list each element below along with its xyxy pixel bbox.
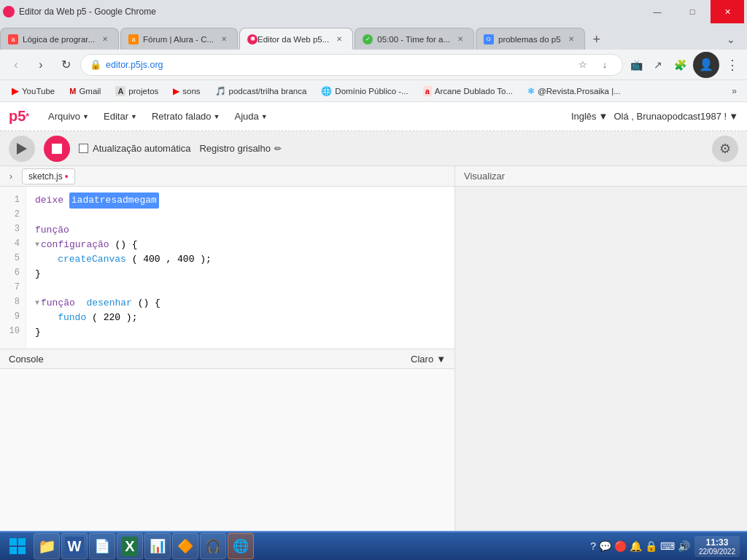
window-controls: — □ ✕	[640, 0, 744, 23]
stop-button[interactable]	[44, 136, 70, 162]
fold-arrow-4[interactable]: ▼	[35, 238, 39, 252]
bookmark-podcast-label: podcast/trilha branca	[229, 87, 307, 96]
taskbar-pdf[interactable]: 📄	[89, 533, 115, 559]
vlc-icon: 🔶	[177, 538, 193, 554]
code-lines[interactable]: deixe iadatresadmegam função ▼configuraç…	[26, 187, 454, 349]
menu-arquivo-label: Arquivo	[48, 111, 80, 122]
dominio-icon: 🌐	[321, 86, 332, 96]
bookmark-star-button[interactable]: ☆	[574, 56, 592, 74]
menu-arquivo[interactable]: Arquivo ▼	[41, 106, 96, 126]
tab-close-4[interactable]: ✕	[454, 34, 466, 45]
registro-label[interactable]: Registro grisalho ✏	[199, 143, 282, 154]
taskbar-notepad[interactable]: 📊	[144, 533, 171, 559]
tray-notification-icon[interactable]: 🔔	[630, 540, 642, 552]
bookmark-youtube[interactable]: ▶ YouTube	[6, 84, 61, 98]
taskbar-headphones[interactable]: 🎧	[200, 533, 226, 559]
bookmark-prosaika[interactable]: ❄ @Revista.Prosaika |...	[522, 85, 627, 98]
file-tab-name: sketch.js	[28, 171, 63, 182]
registro-text: Registro grisalho	[199, 143, 271, 154]
tray-lock-icon[interactable]: 🔒	[645, 540, 657, 552]
tray-volume-icon[interactable]: 🔊	[678, 540, 690, 552]
bookmark-projetos[interactable]: A projetos	[109, 85, 164, 98]
tab-editor[interactable]: ✱ Editor da Web p5... ✕	[239, 28, 353, 50]
menu-editar[interactable]: Editar ▼	[96, 106, 144, 126]
tab-close-3[interactable]: ✕	[333, 34, 345, 45]
code-line-2	[35, 209, 446, 223]
tray-keyboard-icon[interactable]: ⌨	[660, 540, 675, 552]
bookmark-dominio-label: Domínio Público -...	[335, 87, 408, 96]
svg-rect-4	[9, 547, 17, 554]
auto-update-label[interactable]: Atualização automática	[79, 143, 190, 154]
address-bar[interactable]: 🔒 editor.p5js.org ☆ ↓	[80, 54, 623, 76]
tray-discord-icon[interactable]: 💬	[599, 540, 611, 552]
minimize-button[interactable]: —	[640, 0, 674, 23]
bookmark-gmail[interactable]: M Gmail	[63, 85, 107, 97]
tab-logica[interactable]: a Lógica de prograr... ✕	[0, 28, 119, 50]
bookmark-youtube-label: YouTube	[22, 87, 55, 96]
bookmark-sons[interactable]: ▶ sons	[167, 85, 206, 98]
line-numbers: 1 2 3 4 5 6 7 8 9 10	[0, 187, 26, 349]
tab-timer[interactable]: ✓ 05:00 - Time for a... ✕	[355, 28, 474, 50]
excel-icon: X	[122, 537, 137, 556]
taskbar-word[interactable]: W	[61, 533, 88, 559]
bookmark-dominio[interactable]: 🌐 Domínio Público -...	[315, 85, 414, 98]
cast-button[interactable]: 📺	[627, 56, 645, 74]
taskbar-vlc[interactable]: 🔶	[172, 533, 198, 559]
bookmark-podcast[interactable]: 🎵 podcast/trilha branca	[209, 85, 313, 98]
code-indent-5	[35, 252, 58, 267]
menu-ajuda[interactable]: Ajuda ▼	[228, 106, 275, 126]
refresh-button[interactable]: ↻	[55, 55, 76, 75]
tab-menu-button[interactable]: ⌄	[721, 29, 741, 50]
address-icons: ☆ ↓	[574, 56, 614, 74]
save-page-button[interactable]: ↓	[596, 56, 614, 74]
taskbar-file-explorer[interactable]: 📁	[34, 533, 60, 559]
code-highlight: iadatresadmegam	[69, 192, 159, 209]
language-selector[interactable]: Inglês ▼	[571, 111, 608, 122]
user-menu[interactable]: Olá , Brunaopodcast1987 ! ▼	[614, 111, 738, 122]
bookmark-gmail-label: Gmail	[79, 87, 101, 96]
tray-help-icon[interactable]: ?	[590, 540, 596, 552]
console-mode-selector[interactable]: Claro ▼	[411, 354, 446, 365]
taskbar-chrome[interactable]: 🌐	[228, 533, 254, 559]
tab-close-2[interactable]: ✕	[218, 34, 230, 45]
new-tab-button[interactable]: +	[587, 29, 607, 50]
bookmarks-more-button[interactable]: »	[727, 85, 741, 98]
play-button[interactable]	[9, 136, 35, 162]
tab-forum[interactable]: a Fórum | Alura - C... ✕	[120, 28, 238, 50]
notepad-icon: 📊	[150, 538, 166, 554]
settings-button[interactable]: ⚙	[712, 136, 738, 162]
bookmark-arcane[interactable]: a Arcane Dublado To...	[417, 85, 519, 98]
word-icon: W	[65, 537, 85, 556]
profile-button[interactable]: 👤	[693, 52, 719, 78]
tab-close-1[interactable]: ✕	[99, 34, 111, 45]
tray-alert-icon[interactable]: 🔴	[614, 540, 627, 552]
file-explorer-icon: 📁	[38, 537, 56, 555]
auto-update-checkbox[interactable]	[79, 144, 88, 153]
code-configuracao: configuração	[41, 238, 109, 252]
share-button[interactable]: ↗	[649, 56, 667, 74]
headphones-icon: 🎧	[205, 538, 221, 554]
taskbar-excel[interactable]: X	[117, 533, 143, 559]
extensions-button[interactable]: 🧩	[671, 56, 689, 74]
code-brace-10: }	[35, 325, 41, 340]
maximize-button[interactable]: □	[676, 0, 709, 23]
back-button[interactable]: ‹	[6, 55, 26, 75]
forward-button[interactable]: ›	[31, 55, 51, 75]
p5-logo-star: *	[26, 112, 29, 122]
tab-problemas[interactable]: G problemas do p5 ✕	[476, 28, 585, 50]
tab-close-5[interactable]: ✕	[565, 34, 577, 45]
clock[interactable]: 11:33 22/09/2022	[694, 536, 740, 557]
tab-favicon-4: ✓	[363, 34, 373, 44]
expand-button[interactable]: ›	[3, 168, 19, 184]
close-button[interactable]: ✕	[711, 0, 744, 23]
chrome-menu-button[interactable]: ⋮	[724, 56, 741, 74]
browser-frame: Editor da Web p5 - Google Chrome — □ ✕ a…	[0, 0, 747, 102]
start-button[interactable]	[3, 532, 32, 560]
chrome-icon: 🌐	[233, 538, 249, 554]
file-tab-sketch[interactable]: sketch.js •	[22, 168, 75, 184]
tab-title-3: Editor da Web p5...	[258, 35, 329, 44]
fold-arrow-8[interactable]: ▼	[35, 296, 39, 311]
bookmark-prosaika-label: @Revista.Prosaika |...	[538, 87, 621, 96]
menu-retrato[interactable]: Retrato falado ▼	[144, 106, 228, 126]
code-editor[interactable]: 1 2 3 4 5 6 7 8 9 10 deixe iadatresadmeg…	[0, 187, 454, 349]
